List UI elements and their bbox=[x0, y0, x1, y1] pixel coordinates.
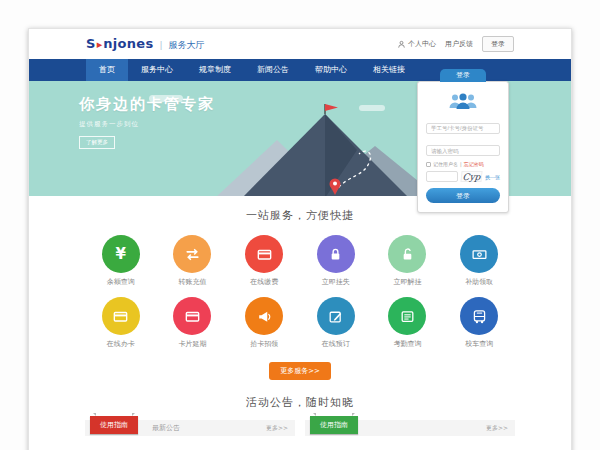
remember-label: 记住用户名 bbox=[433, 161, 458, 167]
mountains-illustration bbox=[197, 100, 447, 196]
service-label: 在线办卡 bbox=[85, 339, 157, 349]
card-icon bbox=[102, 297, 140, 335]
lock-icon bbox=[317, 235, 355, 273]
nav-item-news[interactable]: 新闻公告 bbox=[244, 59, 302, 81]
captcha-image[interactable]: Cyp bbox=[460, 171, 482, 182]
top-header: S▸njones | 服务大厅 个人中心 用户反馈 登录 bbox=[29, 29, 571, 59]
portal-page: S▸njones | 服务大厅 个人中心 用户反馈 登录 首页服务中心规章制度新… bbox=[28, 28, 572, 450]
personal-center-label: 个人中心 bbox=[408, 39, 436, 49]
service-online-card-apply[interactable]: 在线办卡 bbox=[85, 297, 157, 349]
announcements-title: 活动公告，随时知晓 bbox=[29, 395, 571, 410]
services-section: 一站服务，方便快捷 ¥余额查询转账充值在线缴费立即挂失立即解挂补助领取在线办卡卡… bbox=[29, 196, 571, 380]
latest-news-tab[interactable]: 最新公告 bbox=[152, 423, 180, 433]
list-icon bbox=[388, 297, 426, 335]
login-tab[interactable]: 登录 bbox=[440, 69, 486, 82]
banknote-icon bbox=[460, 235, 498, 273]
service-online-payment[interactable]: 在线缴费 bbox=[228, 235, 300, 287]
site-name: 服务大厅 bbox=[169, 39, 205, 52]
nav-item-rules[interactable]: 规章制度 bbox=[186, 59, 244, 81]
service-attendance-inquiry[interactable]: 考勤查询 bbox=[372, 297, 444, 349]
announcements-section: 活动公告，随时知晓 使用指南 最新公告 更多>> 使用指南 更多>> bbox=[29, 380, 571, 450]
nav-item-related-links[interactable]: 相关链接 bbox=[360, 59, 418, 81]
service-card-extension[interactable]: 卡片延期 bbox=[157, 297, 229, 349]
service-found-card-claim[interactable]: 拾卡招领 bbox=[228, 297, 300, 349]
service-label: 余额查询 bbox=[85, 277, 157, 287]
captcha-input[interactable] bbox=[426, 171, 458, 182]
yen-icon: ¥ bbox=[102, 235, 140, 273]
more-link-left[interactable]: 更多>> bbox=[266, 424, 295, 433]
transfer-arrows-icon bbox=[173, 235, 211, 273]
username-input[interactable] bbox=[426, 123, 500, 134]
login-submit-button[interactable]: 登录 bbox=[426, 188, 500, 203]
remember-row: 记住用户名 | 忘记密码 bbox=[426, 161, 500, 167]
service-balance-inquiry[interactable]: ¥余额查询 bbox=[85, 235, 157, 287]
service-label: 在线预订 bbox=[300, 339, 372, 349]
service-label: 在线缴费 bbox=[228, 277, 300, 287]
announcement-tabs: 使用指南 最新公告 更多>> 使用指南 更多>> bbox=[85, 420, 515, 436]
bus-icon bbox=[460, 297, 498, 335]
service-label: 立即解挂 bbox=[372, 277, 444, 287]
nav-item-home[interactable]: 首页 bbox=[86, 59, 128, 81]
remember-divider: | bbox=[460, 161, 462, 167]
logo-divider: | bbox=[159, 40, 162, 50]
service-label: 校车查询 bbox=[443, 339, 515, 349]
password-input[interactable] bbox=[426, 145, 500, 156]
more-services-button[interactable]: 更多服务>> bbox=[269, 362, 331, 380]
login-card: 登录 记住用户名 | 忘记密码 Cyp 换一张 登录 bbox=[417, 81, 509, 213]
remember-checkbox[interactable] bbox=[426, 162, 431, 167]
service-cancel-loss[interactable]: 立即解挂 bbox=[372, 235, 444, 287]
announcement-column-left: 使用指南 最新公告 更多>> bbox=[85, 420, 295, 436]
hero-copy: 你身边的卡管专家 提供服务一步到位 了解更多 bbox=[79, 95, 215, 149]
card-icon bbox=[173, 297, 211, 335]
service-report-loss[interactable]: 立即挂失 bbox=[300, 235, 372, 287]
credit-card-icon bbox=[245, 235, 283, 273]
logo-text-prefix: S bbox=[86, 36, 96, 51]
services-grid: ¥余额查询转账充值在线缴费立即挂失立即解挂补助领取在线办卡卡片延期拾卡招领在线预… bbox=[85, 235, 515, 349]
more-link-right[interactable]: 更多>> bbox=[486, 424, 515, 433]
users-icon bbox=[426, 92, 500, 109]
service-label: 转账充值 bbox=[157, 277, 229, 287]
nav-item-service-center[interactable]: 服务中心 bbox=[128, 59, 186, 81]
hero-subtitle: 提供服务一步到位 bbox=[79, 120, 215, 129]
header-links: 个人中心 用户反馈 登录 bbox=[397, 36, 514, 52]
forgot-password-link[interactable]: 忘记密码 bbox=[464, 161, 484, 167]
main-nav: 首页服务中心规章制度新闻公告帮助中心相关链接 bbox=[29, 59, 571, 81]
hero-title: 你身边的卡管专家 bbox=[79, 95, 215, 114]
service-label: 立即挂失 bbox=[300, 277, 372, 287]
hero-cta-button[interactable]: 了解更多 bbox=[79, 136, 115, 149]
logo-text-suffix: njones bbox=[103, 36, 153, 51]
service-label: 考勤查询 bbox=[372, 339, 444, 349]
service-label: 补助领取 bbox=[443, 277, 515, 287]
user-feedback-label: 用户反馈 bbox=[445, 39, 473, 49]
service-school-bus-inquiry[interactable]: 校车查询 bbox=[443, 297, 515, 349]
announcement-column-right: 使用指南 更多>> bbox=[305, 420, 515, 436]
person-icon bbox=[397, 40, 406, 49]
usage-guide-ribbon-green[interactable]: 使用指南 bbox=[310, 416, 358, 434]
megaphone-icon bbox=[245, 297, 283, 335]
captcha-refresh-link[interactable]: 换一张 bbox=[485, 174, 500, 180]
nav-item-help-center[interactable]: 帮助中心 bbox=[302, 59, 360, 81]
service-subsidy-collection[interactable]: 补助领取 bbox=[443, 235, 515, 287]
edit-icon bbox=[317, 297, 355, 335]
personal-center-link[interactable]: 个人中心 bbox=[397, 39, 436, 49]
user-feedback-link[interactable]: 用户反馈 bbox=[445, 39, 473, 49]
unlock-icon bbox=[388, 235, 426, 273]
logo-arrow-icon: ▸ bbox=[97, 38, 103, 51]
header-login-button[interactable]: 登录 bbox=[482, 36, 514, 52]
usage-guide-ribbon-red[interactable]: 使用指南 bbox=[90, 416, 138, 434]
service-online-booking[interactable]: 在线预订 bbox=[300, 297, 372, 349]
captcha-row: Cyp 换一张 bbox=[426, 171, 500, 182]
service-transfer-recharge[interactable]: 转账充值 bbox=[157, 235, 229, 287]
logo[interactable]: S▸njones | 服务大厅 bbox=[86, 36, 205, 52]
service-label: 拾卡招领 bbox=[228, 339, 300, 349]
service-label: 卡片延期 bbox=[157, 339, 229, 349]
